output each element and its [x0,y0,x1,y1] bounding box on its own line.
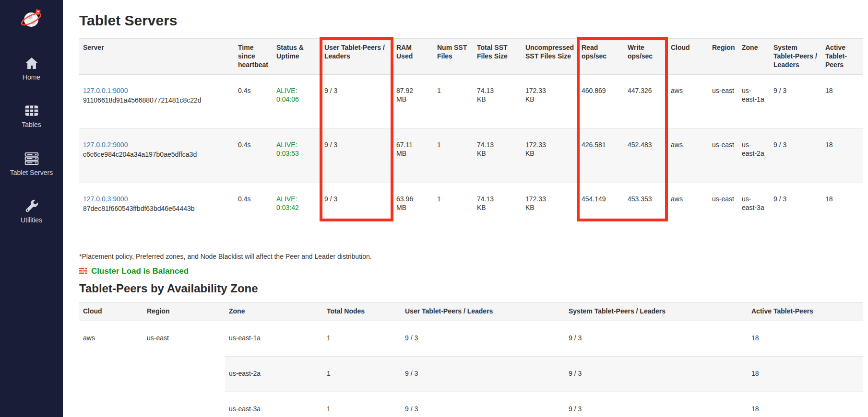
col-header-num-sst: Num SST Files [433,39,473,75]
col-header-active-peers: Active Tablet-Peers [748,302,863,321]
az-table: Cloud Region Zone Total Nodes User Table… [79,302,863,417]
server-uuid: 87dec81f660543ffbdf63bd46e64443b [83,205,195,212]
zone-cell: us-east-3a [738,183,770,237]
status-cell: ALIVE: 0:03:53 [273,128,321,183]
cluster-balance-status: Cluster Load is Balanced [79,266,863,276]
col-header-zone: Zone [738,39,770,75]
active-peers-cell: 18 [821,183,863,237]
system-peers-cell: 9 / 3 [565,392,748,417]
sidebar: Home Tables [0,0,63,417]
status-label: ALIVE: [276,140,317,149]
cloud-cell: aws [667,74,708,128]
region-cell: us-east [708,183,738,237]
col-header-total-sst: Total SST Files Size [473,39,522,75]
placement-footnote: *Placement policy, Preferred zones, and … [79,253,863,260]
ram-cell: 67.11 MB [392,128,433,183]
active-peers-cell: 18 [748,356,863,392]
total-sst-cell: 74.13 KB [473,128,522,183]
server-link[interactable]: 127.0.0.3:9000 [83,195,128,203]
sidebar-item-label: Home [23,74,40,81]
zone-cell: us-east-2a [738,128,770,183]
uncompressed-sst-cell: 172.33 KB [522,183,578,237]
active-peers-cell: 18 [821,128,863,183]
heartbeat-cell: 0.4s [234,74,273,128]
tablet-servers-table-wrap: Server Time since heartbeat Status & Upt… [79,38,863,237]
tables-icon [24,103,40,118]
sidebar-item-utilities[interactable]: Utilities [0,198,63,224]
status-cell: ALIVE: 0:03:42 [273,183,321,237]
user-peers-cell: 9 / 3 [321,74,392,128]
num-sst-cell: 1 [433,183,473,237]
read-ops-cell: 454.149 [578,183,624,237]
sidebar-item-label: Utilities [21,217,42,224]
uncompressed-sst-cell: 172.33 KB [522,74,578,128]
heartbeat-cell: 0.4s [234,183,273,237]
system-peers-cell: 9 / 3 [565,321,748,356]
utilities-icon [24,198,40,214]
user-peers-cell: 9 / 3 [401,321,565,356]
balance-status-label: Cluster Load is Balanced [91,266,189,276]
num-sst-cell: 1 [433,74,473,128]
col-header-active-peers: Active Tablet-Peers [821,39,863,75]
user-peers-cell: 9 / 3 [401,392,565,417]
server-link[interactable]: 127.0.0.1:9000 [83,86,128,95]
yugabyte-logo-icon[interactable] [19,6,44,33]
col-header-total-nodes: Total Nodes [323,302,401,321]
active-peers-cell: 18 [748,321,863,356]
sidebar-nav: Home Tables [0,56,63,246]
total-nodes-cell: 1 [323,392,401,417]
main-content: Tablet Servers Server Time since heartbe… [63,0,868,417]
sidebar-item-tables[interactable]: Tables [0,103,63,128]
uptime-value: 0:03:42 [276,203,317,212]
table-header-row: Server Time since heartbeat Status & Upt… [79,39,863,75]
sidebar-item-home[interactable]: Home [0,56,63,81]
zone-cell: us-east-1a [225,321,323,356]
sidebar-item-tablet-servers[interactable]: Tablet Servers [0,151,63,176]
total-nodes-cell: 1 [323,356,401,392]
server-uuid: 91106618d91a45668807721481c8c22d [83,96,202,104]
total-nodes-cell: 1 [323,321,401,356]
read-ops-cell: 426.581 [578,128,624,183]
zone-cell: us-east-3a [225,392,323,417]
cloud-cell: aws [667,128,708,183]
ram-cell: 87.92 MB [392,74,433,128]
col-header-region: Region [143,302,225,321]
write-ops-cell: 452.483 [624,128,667,183]
col-header-system-peers: System Tablet-Peers / Leaders [770,39,821,75]
user-peers-cell: 9 / 3 [321,128,392,183]
total-sst-cell: 74.13 KB [473,183,522,237]
page-title: Tablet Servers [79,12,863,29]
col-header-user-peers: User Tablet-Peers / Leaders [321,39,392,75]
active-peers-cell: 18 [748,392,863,417]
sidebar-item-label: Tablet Servers [10,169,53,176]
user-peers-cell: 9 / 3 [401,356,565,392]
ram-cell: 63.96 MB [392,183,433,237]
cloud-cell: aws [667,183,708,237]
system-peers-cell: 9 / 3 [565,356,748,392]
load-balance-icon [79,267,87,275]
col-header-zone: Zone [225,302,323,321]
az-section-title: Tablet-Peers by Availability Zone [79,282,863,295]
active-peers-cell: 18 [821,74,863,128]
home-icon [24,56,40,71]
col-header-uncompressed-sst: Uncompressed SST Files Size [522,39,578,75]
col-header-status-uptime: Status & Uptime [273,39,321,75]
col-header-cloud: Cloud [667,39,708,75]
col-header-read-ops: Read ops/sec [578,39,624,75]
col-header-region: Region [708,39,738,75]
system-peers-cell: 9 / 3 [770,74,821,128]
sidebar-item-label: Tables [22,121,41,128]
uncompressed-sst-cell: 172.33 KB [522,128,578,183]
uptime-value: 0:03:53 [276,149,317,158]
tablet-servers-table: Server Time since heartbeat Status & Upt… [79,38,863,237]
server-uuid: c6c6ce984c204a34a197b0ae5dffca3d [83,151,197,158]
table-row: 127.0.0.3:9000 87dec81f660543ffbdf63bd46… [79,183,863,237]
table-row: 127.0.0.1:9000 91106618d91a4566880772148… [79,74,863,128]
col-header-ram: RAM Used [392,39,433,75]
col-header-server: Server [79,39,234,75]
num-sst-cell: 1 [433,128,473,183]
status-label: ALIVE: [276,86,317,95]
user-peers-cell: 9 / 3 [321,183,392,237]
tablet-servers-icon [24,151,40,166]
server-link[interactable]: 127.0.0.2:9000 [83,140,128,149]
